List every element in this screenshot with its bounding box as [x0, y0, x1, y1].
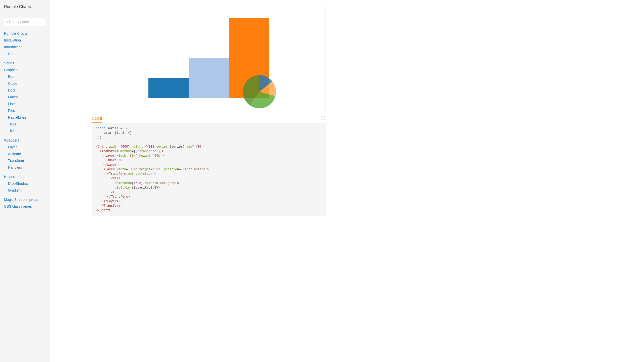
filter-input[interactable]	[4, 18, 46, 26]
nav-layer[interactable]: Layer	[0, 144, 50, 151]
nav-dropshadow[interactable]: DropShadow	[0, 180, 50, 187]
nav-animate[interactable]: Animate	[0, 151, 50, 157]
nav-gradient[interactable]: Gradient	[0, 187, 50, 194]
app-title: Rumble Charts	[0, 0, 50, 13]
tab-code[interactable]: CODE	[92, 115, 102, 123]
nav-graphics[interactable]: Graphics	[0, 67, 50, 73]
nav-helpers[interactable]: Helpers	[0, 173, 50, 180]
nav-chart[interactable]: Chart	[0, 51, 50, 57]
nav-introduction[interactable]: Introduction	[0, 44, 50, 51]
nav-dots[interactable]: Dots	[0, 87, 50, 94]
sidebar-nav: Rumble Charts Installation Introduction …	[0, 29, 50, 215]
expand-icon[interactable]	[321, 116, 325, 120]
nav-pies[interactable]: Pies	[0, 107, 50, 114]
code-block[interactable]: const series = [{ data: [1, 2, 4] }]; <C…	[92, 123, 326, 216]
sidebar: Rumble Charts Rumble Charts Installation…	[0, 0, 50, 362]
nav-handlers[interactable]: Handlers	[0, 164, 50, 171]
nav-rumble-charts[interactable]: Rumble Charts	[0, 30, 50, 37]
nav-title[interactable]: Title	[0, 128, 50, 134]
nav-radiallines[interactable]: RadialLines	[0, 114, 50, 121]
nav-installation[interactable]: Installation	[0, 37, 50, 44]
nav-wrappers[interactable]: Wrappers	[0, 137, 50, 144]
nav-labels[interactable]: Labels	[0, 94, 50, 101]
nav-magic[interactable]: Magic & hidden props	[0, 196, 50, 203]
nav-ticks[interactable]: Ticks	[0, 121, 50, 128]
chart-preview	[92, 4, 326, 112]
nav-series[interactable]: Series	[0, 60, 50, 67]
nav-transform[interactable]: Transform	[0, 157, 50, 164]
nav-cloud[interactable]: Cloud	[0, 80, 50, 87]
bar-1	[189, 58, 229, 98]
chart-svg	[133, 8, 284, 108]
nav-bars[interactable]: Bars	[0, 73, 50, 80]
bar-0	[148, 78, 189, 98]
nav-lines[interactable]: Lines	[0, 101, 50, 107]
pie-chart	[243, 75, 276, 108]
code-tabbar: CODE	[92, 115, 326, 123]
filter-wrap	[0, 13, 50, 29]
main-content: CODE const series = [{ data: [1, 2, 4] }…	[50, 0, 644, 362]
nav-css-classes[interactable]: CSS class names	[0, 203, 50, 210]
